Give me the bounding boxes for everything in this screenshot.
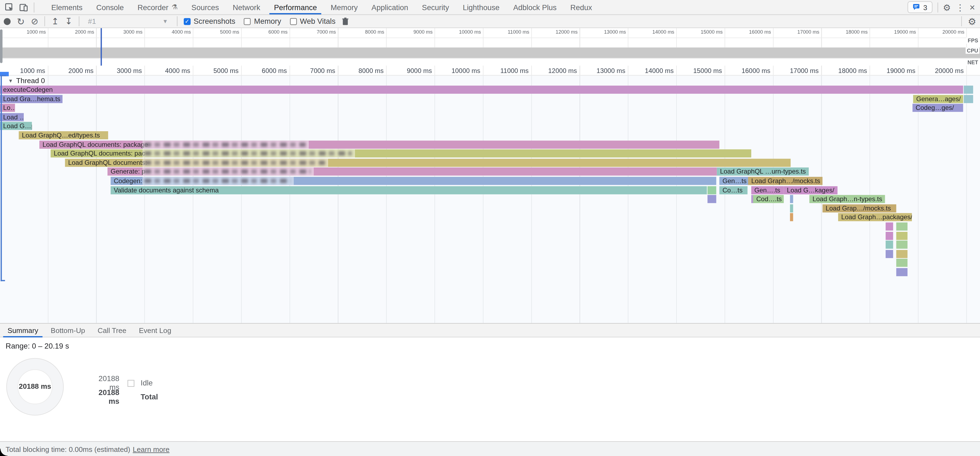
flame-bar[interactable]: executeCodegen	[0, 86, 963, 94]
flame-bar-small[interactable]	[790, 204, 793, 213]
thread-header[interactable]: ▼ Thread 0	[0, 76, 45, 85]
flame-bar-small[interactable]	[886, 232, 893, 240]
memory-checkbox-label: Memory	[254, 17, 281, 26]
details-tab-summary[interactable]: Summary	[2, 324, 45, 337]
record-button[interactable]	[4, 18, 11, 25]
tab-performance[interactable]: Performance	[267, 0, 324, 14]
flame-bar[interactable]: Codeg…ges/	[912, 104, 963, 112]
tab-adblock-plus[interactable]: Adblock Plus	[506, 0, 563, 14]
memory-checkbox-item: Memory	[244, 17, 282, 26]
overview-tick-label: 18000 ms	[818, 29, 868, 35]
flame-bar[interactable]: Load Graph…packages/	[838, 213, 912, 221]
web-vitals-checkbox[interactable]	[290, 18, 297, 25]
learn-more-link[interactable]: Learn more	[133, 445, 170, 453]
reload-and-record-button[interactable]: ↻	[17, 17, 25, 26]
ruler-tick-label: 2000 ms	[37, 67, 94, 75]
tab-security[interactable]: Security	[415, 0, 456, 14]
save-profile-button[interactable]: ↧	[65, 17, 72, 26]
overview-tick-label: 5000 ms	[189, 29, 239, 35]
flame-bar-small[interactable]	[707, 186, 716, 194]
clear-button[interactable]: ⊘	[31, 17, 38, 26]
thread-label: Thread 0	[16, 77, 45, 84]
close-icon[interactable]: ×	[970, 2, 975, 12]
flame-bar-small[interactable]	[896, 268, 908, 276]
tab-sources[interactable]: Sources	[185, 0, 226, 14]
flame-bar[interactable]: Load Graph…/mocks.ts	[748, 177, 822, 185]
issues-button[interactable]: 3	[908, 2, 932, 13]
flame-bar[interactable]: Gen….ts	[751, 186, 784, 194]
flame-bar-small[interactable]	[896, 241, 908, 249]
ruler-tick-label: 15000 ms	[666, 67, 722, 75]
flame-bar[interactable]: Load Grap…/mocks.ts	[822, 204, 896, 213]
flame-bar[interactable]: Load Gra…hema.ts	[0, 95, 63, 103]
devtools-tab-bar: ElementsConsoleRecorder⚗SourcesNetworkPe…	[0, 0, 980, 15]
tab-redux[interactable]: Redux	[563, 0, 599, 14]
flame-bar-small[interactable]	[896, 222, 908, 231]
selection-bracket-bottom	[0, 280, 5, 281]
overview-tick-label: 16000 ms	[721, 29, 771, 35]
devtools-window: ElementsConsoleRecorder⚗SourcesNetworkPe…	[0, 0, 980, 456]
flame-bar-small[interactable]	[790, 195, 793, 203]
tab-console[interactable]: Console	[89, 0, 131, 14]
net-lane-label: NET	[966, 59, 980, 65]
memory-checkbox[interactable]	[244, 18, 251, 25]
flame-bar-small[interactable]	[707, 195, 716, 203]
tab-memory[interactable]: Memory	[324, 0, 364, 14]
screenshots-checkbox[interactable]: ✓	[183, 18, 190, 25]
settings-gear-icon[interactable]: ⚙	[943, 3, 951, 11]
summary-legend: 20188 msIdle20188 msTotal	[91, 376, 158, 404]
flame-bar[interactable]: Load G…kages/	[784, 186, 838, 194]
details-tab-event-log[interactable]: Event Log	[133, 324, 177, 337]
flame-bar[interactable]: Load GraphQL …urn-types.ts	[717, 168, 809, 176]
selection-bracket	[0, 75, 2, 281]
selection-bracket-top	[0, 75, 6, 76]
timeline-overview[interactable]: 1000 ms2000 ms3000 ms4000 ms5000 ms6000 …	[0, 28, 980, 66]
tab-network[interactable]: Network	[226, 0, 267, 14]
flame-bar[interactable]: Co…ts	[719, 186, 748, 194]
flame-bar-small[interactable]	[896, 250, 908, 258]
overview-left-drag-handle[interactable]	[0, 29, 2, 63]
flame-bar[interactable]: Cod….ts	[753, 195, 784, 203]
garbage-collect-icon[interactable]	[342, 17, 348, 25]
flask-icon: ⚗	[172, 3, 178, 11]
ruler-tick-label: 11000 ms	[473, 67, 529, 75]
collapse-triangle-icon[interactable]: ▼	[8, 78, 13, 84]
flame-bar[interactable]: Load Graph…n-types.ts	[810, 195, 885, 203]
profile-select[interactable]: #1 ▼	[86, 17, 170, 25]
flame-bar[interactable]: Load GraphQL documents: package	[40, 140, 719, 148]
tab-application[interactable]: Application	[364, 0, 415, 14]
tab-elements[interactable]: Elements	[44, 0, 89, 14]
tab-recorder[interactable]: Recorder⚗	[131, 0, 185, 14]
flame-bar-small[interactable]	[896, 232, 908, 240]
details-tab-call-tree[interactable]: Call Tree	[91, 324, 133, 337]
flame-bar[interactable]: Gen…ts	[719, 177, 748, 185]
flame-bar-small[interactable]	[886, 222, 893, 231]
capture-settings-gear-icon[interactable]: ⚙	[968, 17, 977, 26]
load-profile-button[interactable]: ↥	[51, 17, 59, 26]
flame-bar[interactable]: Genera…ages/	[913, 95, 963, 103]
details-tab-bottom-up[interactable]: Bottom-Up	[45, 324, 91, 337]
inspect-controls	[0, 2, 41, 12]
overview-net-lane	[0, 58, 980, 65]
flame-bar[interactable]: Lo…s	[0, 104, 15, 112]
flame-bar-small[interactable]	[886, 250, 893, 258]
flame-bar[interactable]: Load …s.ts	[0, 113, 24, 121]
flame-bar-small[interactable]	[964, 86, 973, 94]
flame-bar[interactable]: Load G…pes.ts	[0, 122, 32, 130]
flame-chart[interactable]: ▼ Thread 0 executeCodegenLoad Gra…hema.t…	[0, 75, 980, 323]
overview-tick-label: 7000 ms	[286, 29, 336, 35]
flame-bar[interactable]: Load GraphQ…ed/types.ts	[19, 131, 108, 140]
more-menu-icon[interactable]: ⋮	[956, 3, 964, 11]
legend-swatch-placeholder	[127, 393, 134, 400]
flame-bar-small[interactable]	[964, 95, 973, 103]
device-toolbar-icon[interactable]	[19, 3, 28, 11]
inspect-element-icon[interactable]	[5, 3, 14, 11]
panel-tabs: ElementsConsoleRecorder⚗SourcesNetworkPe…	[44, 0, 599, 14]
tab-lighthouse[interactable]: Lighthouse	[456, 0, 506, 14]
flame-bar-small[interactable]	[896, 259, 908, 267]
flame-bar[interactable]: Validate documents against schema	[111, 186, 707, 194]
flame-bar-small[interactable]	[886, 241, 893, 249]
timeline-ruler: 1000 ms2000 ms3000 ms4000 ms5000 ms6000 …	[0, 66, 980, 75]
ruler-tick-label: 20000 ms	[908, 67, 964, 75]
flame-bar-small[interactable]	[790, 213, 793, 221]
